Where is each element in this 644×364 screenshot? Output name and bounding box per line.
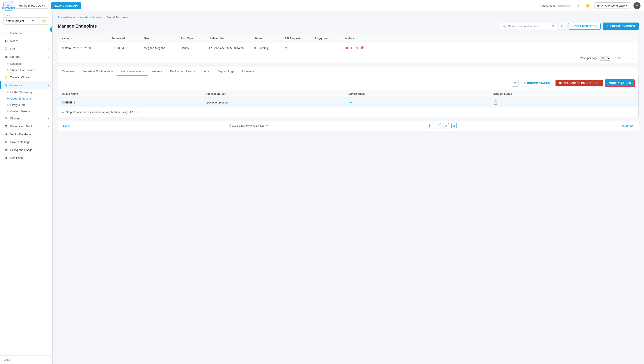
breadcrumb-workspace[interactable]: Private Workspace xyxy=(58,16,82,19)
sidebar-item-rag[interactable]: ☰ RAG ▾ xyxy=(0,45,52,53)
sidebar-item-project-settings[interactable]: ⚙ Project Settings xyxy=(0,138,52,146)
qth-request-status: Request Status xyxy=(493,92,635,96)
sidebar-item-nodes[interactable]: ◧ Nodes ▾ xyxy=(0,37,52,45)
endpoint-api-request[interactable]: ✦ xyxy=(285,46,313,50)
legal-link[interactable]: Legal xyxy=(0,356,52,364)
restart-action-icon[interactable]: ↻ xyxy=(351,46,354,50)
sidebar-item-playground[interactable]: Playground xyxy=(7,102,52,108)
project-settings-icon: ⚙ xyxy=(4,140,8,144)
tab-serverless-config[interactable]: Serverless Configuration xyxy=(78,67,117,76)
sidebar-item-foundation-studio[interactable]: ⊞ Foundation Studio ▾ xyxy=(0,122,52,130)
sidebar-item-model-endpoints[interactable]: Model Endpoints xyxy=(7,96,52,102)
async-refresh-button[interactable]: ⟳ xyxy=(512,80,519,86)
stop-action-icon[interactable]: ⏹ xyxy=(345,46,348,50)
sidebar-item-dashboard[interactable]: ⊞ Dashboard xyxy=(0,29,52,37)
rows-per-page-select[interactable]: 5 10 25 xyxy=(600,56,610,60)
infra-credits: Infra Credits: xyxy=(540,4,571,7)
facebook-icon[interactable]: f xyxy=(436,123,441,128)
sidebar-item-storage[interactable]: ▦ Storage ▴ xyxy=(0,53,52,60)
sidebar-item-vector-database[interactable]: ◈ Vector Database xyxy=(0,130,52,138)
sidebar-item-model-repository[interactable]: Model Repository xyxy=(7,89,52,96)
queue-table-row: QUEUE_1 api/v1/completion ✦ 📋 xyxy=(58,98,638,107)
sdk-steps-row[interactable]: ▶ Steps to access response in an applica… xyxy=(58,107,638,117)
sidebar-item-iam[interactable]: ◉ IAM Panel xyxy=(0,154,52,162)
queue-name: QUEUE_1 xyxy=(62,101,204,104)
sidebar-item-inference[interactable]: ◎ Inference ▴ xyxy=(0,81,52,89)
queue-table-header: Queue Name Application Path API Request … xyxy=(58,90,638,98)
page-footer: Legal © 2025 E2E Networks Limited ™ in f… xyxy=(58,121,639,130)
queue-request-status[interactable]: 📋 xyxy=(493,100,635,105)
endpoint-status: Running xyxy=(254,46,283,50)
prev-page-button[interactable]: ‹ xyxy=(623,56,628,61)
explore-genai-button[interactable]: Explore GenAI API xyxy=(51,2,81,9)
custom-tokens-label: Custom Tokens xyxy=(10,110,30,113)
doc-label: DOCUMENTATION xyxy=(574,25,597,28)
rss-icon[interactable]: ◉ xyxy=(452,123,457,128)
disable-async-button[interactable]: DISABLE ASYNC INVOCATIONS xyxy=(555,80,603,86)
th-api-request: API Request xyxy=(285,37,313,40)
workspace-label: Private Workspace xyxy=(601,4,625,7)
sidebar-item-shared-file-system[interactable]: Shared File System xyxy=(7,67,52,73)
th-updated-on: Updated On xyxy=(209,37,253,40)
tab-request-logs[interactable]: Request Logs xyxy=(213,67,238,76)
sidebar-item-label: Nodes xyxy=(10,40,46,43)
foundation-studio-icon: ⊞ xyxy=(4,124,8,128)
contact-us-link[interactable]: ? Contact Us xyxy=(616,124,633,128)
edit-action-icon[interactable]: ✎ xyxy=(356,46,359,50)
api-request-icon[interactable]: ✦ xyxy=(285,46,288,50)
endpoint-tabs: Overview Serverless Configuration Async … xyxy=(58,67,638,76)
go-to-myaccount-button[interactable]: GO TO MYACCOUNT xyxy=(16,2,48,9)
table-header: Name Framework User Plan Type Updated On… xyxy=(58,34,638,43)
rows-per-page-label: Rows per page: xyxy=(580,57,598,60)
model-repo-label: Model Repository xyxy=(10,90,33,94)
search-input[interactable] xyxy=(508,24,550,28)
next-page-button[interactable]: › xyxy=(630,56,635,61)
filter-icon[interactable]: ⊟ xyxy=(552,24,554,28)
tab-async-invocations[interactable]: Async Invocations xyxy=(117,67,148,76)
breadcrumb-sep1: › xyxy=(83,16,84,19)
footer-copyright: © 2025 E2E Networks Limited ™ xyxy=(229,124,268,127)
sidebar-item-custom-tokens[interactable]: Custom Tokens xyxy=(7,108,52,114)
modify-queues-button[interactable]: MODIFY QUEUES xyxy=(605,80,635,87)
sidebar-item-datasets[interactable]: Datasets xyxy=(7,60,52,67)
sidebar-item-label: Project Settings xyxy=(10,140,49,144)
sidebar-item-billing[interactable]: ▤ Billing and Usage xyxy=(0,146,52,154)
sidebar-item-label: Storage xyxy=(10,55,46,58)
shared-fs-label: Shared File System xyxy=(10,68,35,72)
sidebar-item-pipelines[interactable]: ⟳ Pipelines ▾ xyxy=(0,114,52,122)
page-title: Manage Endpoints xyxy=(58,24,97,29)
dark-mode-toggle[interactable]: ☽ xyxy=(574,2,581,9)
model-endpoints-dot xyxy=(7,98,9,99)
documentation-button-main[interactable]: ≡ DOCUMENTATION xyxy=(568,23,601,30)
delete-action-icon[interactable]: 🗑 xyxy=(361,46,364,50)
notifications-button[interactable]: 🔔 xyxy=(584,2,591,9)
workspace-icon: ◉ xyxy=(597,4,599,7)
endpoint-framework: CUSTOM xyxy=(111,46,142,50)
tab-workers[interactable]: Workers xyxy=(148,67,166,76)
queue-status-icon[interactable]: 📋 xyxy=(493,100,498,104)
project-chevron-icon: ▾ xyxy=(32,19,34,22)
create-label: CREATE ENDPOINT xyxy=(610,25,635,28)
async-actions-bar: ⟳ ≡ DOCUMENTATION DISABLE ASYNC INVOCATI… xyxy=(58,76,638,90)
sidebar-item-label: Training Cluster xyxy=(10,76,49,79)
workspace-selector[interactable]: ◉ Private Workspace ▾ xyxy=(594,2,630,9)
inference-arrow-icon: ▴ xyxy=(48,84,49,86)
tab-overview[interactable]: Overview xyxy=(58,67,78,76)
async-documentation-button[interactable]: ≡ DOCUMENTATION xyxy=(521,80,553,86)
qth-app-path: Application Path xyxy=(205,92,347,96)
queue-api-icon[interactable]: ✦ xyxy=(349,100,352,104)
twitter-x-icon[interactable]: ✕ xyxy=(444,123,449,128)
sidebar-item-training-cluster[interactable]: ⚡ Training Cluster xyxy=(0,73,52,81)
tab-deployment-events[interactable]: Deployment Events xyxy=(166,67,199,76)
user-avatar[interactable]: M xyxy=(633,2,640,9)
async-doc-icon: ≡ xyxy=(524,82,526,85)
refresh-button[interactable]: ⟳ xyxy=(559,23,566,30)
create-endpoint-button[interactable]: ＋ CREATE ENDPOINT xyxy=(603,22,639,30)
tab-monitoring[interactable]: Monitoring xyxy=(238,67,260,76)
footer-legal[interactable]: Legal xyxy=(63,124,69,127)
project-selector[interactable]: default-project ▾ 📁 xyxy=(4,17,49,24)
breadcrumb-project[interactable]: default-project xyxy=(85,16,103,19)
queue-api-request[interactable]: ✦ xyxy=(349,100,491,105)
linkedin-icon[interactable]: in xyxy=(428,123,433,128)
tab-logs[interactable]: Logs xyxy=(199,67,213,76)
